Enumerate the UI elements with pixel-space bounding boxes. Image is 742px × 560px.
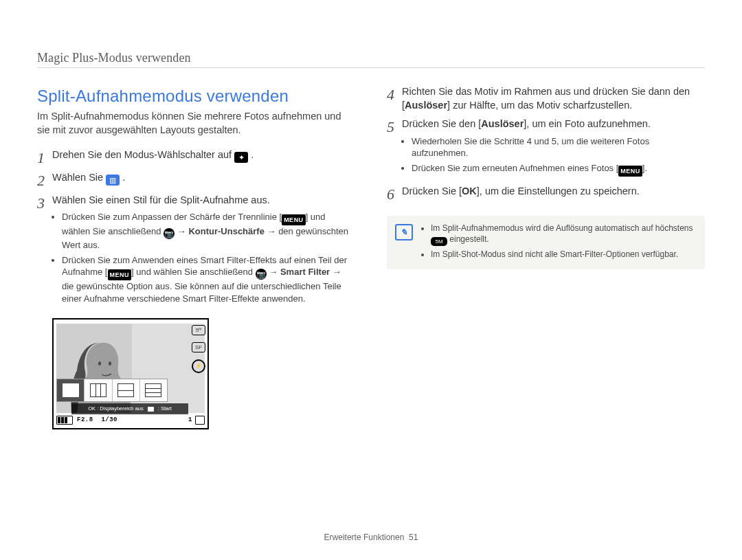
step-2-text-pre: Wählen Sie <box>52 172 106 183</box>
layout-option-2row <box>113 379 140 401</box>
camera-icon: 📷 <box>164 228 175 239</box>
step-number: 1 <box>37 148 52 166</box>
camera-icon: 📷 <box>256 269 267 280</box>
step-6: 6 Drücken Sie [OK], um die Einstellungen… <box>387 185 705 202</box>
camera-preview-illustration: 5ᴹ SF ⚡ OK : Displaybereich aus : Start <box>52 318 209 429</box>
mode-dial-icon: ✦ <box>234 152 248 163</box>
status-bar: F2.8 1/30 1 <box>56 414 205 425</box>
note-line-2: Im Split-Shot-Modus sind nicht alle Smar… <box>431 249 695 260</box>
svg-point-3 <box>109 361 111 366</box>
step-number: 5 <box>387 117 402 135</box>
sf-icon: SF <box>192 342 205 352</box>
storage-icon <box>195 416 205 425</box>
menu-icon: MENU <box>282 214 306 225</box>
manual-page: Magic Plus-Modus verwenden Split-Aufnahm… <box>0 0 742 560</box>
section-title: Split-Aufnahmemodus verwenden <box>37 85 355 107</box>
step-2-text-post: . <box>122 172 125 183</box>
layout-options-bar <box>56 379 168 402</box>
shot-counter: 1 <box>188 416 192 424</box>
hint-bar: OK : Displaybereich aus : Start <box>71 403 188 414</box>
step-number: 3 <box>37 194 52 211</box>
ok-label: OK <box>462 186 477 197</box>
footer-page-number: 51 <box>409 533 418 542</box>
content-columns: Split-Aufnahmemodus verwenden Im Split-A… <box>37 85 705 512</box>
split-mode-icon: ▥ <box>106 175 120 186</box>
step-3-bullets: Drücken Sie zum Anpassen der Schärfe der… <box>52 211 355 304</box>
step-1: 1 Drehen Sie den Modus-Wählschalter auf … <box>37 148 355 166</box>
step-5-text-c: ], um ein Foto aufzunehmen. <box>524 118 651 129</box>
bullet-2: Drücken Sie zum Anwenden eines Smart Fil… <box>62 254 355 305</box>
note-line-1: Im Split-Aufnahmemodus wird die Auflösun… <box>431 223 695 246</box>
step-6-text-b: ], um die Einstellungen zu speichern. <box>477 186 640 197</box>
shutter-speed: 1/30 <box>101 416 117 424</box>
footer-section: Erweiterte Funktionen <box>324 533 405 542</box>
svg-point-2 <box>98 361 101 366</box>
step-5-bullets: Wiederholen Sie die Schritte 4 und 5, um… <box>402 135 705 177</box>
layout-option-2col <box>57 379 85 401</box>
page-footer: Erweiterte Funktionen 51 <box>0 533 742 542</box>
battery-icon <box>56 416 73 425</box>
menu-icon: MENU <box>618 166 642 177</box>
resolution-5m-icon: 5M <box>431 237 447 246</box>
flash-icon: ⚡ <box>192 359 205 373</box>
breadcrumb: Magic Plus-Modus verwenden <box>37 51 191 65</box>
step-1-text-post: . <box>251 149 254 160</box>
note-icon: ✎ <box>395 224 413 240</box>
step-5: 5 Drücken Sie den [Auslöser], um ein Fot… <box>387 117 705 179</box>
bullet-1: Drücken Sie zum Anpassen der Schärfe der… <box>62 211 355 251</box>
camera-mini-icon <box>148 407 154 412</box>
step-5-text-a: Drücken Sie den [ <box>402 118 481 129</box>
bullet-repeat: Wiederholen Sie die Schritte 4 und 5, um… <box>412 135 705 159</box>
step-number: 6 <box>387 185 402 202</box>
step-3-text: Wählen Sie einen Stil für die Split-Aufn… <box>52 194 355 208</box>
divider <box>37 67 705 68</box>
step-4: 4 Richten Sie das Motiv im Rahmen aus un… <box>387 85 705 112</box>
hint-text-left: OK : Displaybereich aus <box>88 405 143 412</box>
step-6-text-a: Drücken Sie [ <box>402 186 462 197</box>
hint-text-right: : Start <box>158 405 172 412</box>
bullet-retake: Drücken Sie zum erneuten Aufnehmen eines… <box>412 162 705 177</box>
note-box: ✎ Im Split-Aufnahmemodus wird die Auflös… <box>387 216 705 269</box>
live-view-side-icons: 5ᴹ SF ⚡ <box>191 325 206 373</box>
step-1-text-pre: Drehen Sie den Modus-Wählschalter auf <box>52 149 234 160</box>
right-column: 4 Richten Sie das Motiv im Rahmen aus un… <box>387 85 705 512</box>
section-intro: Im Split-Aufnahmemodus können Sie mehrer… <box>37 110 355 137</box>
fnumber: F2.8 <box>77 416 93 424</box>
step-2: 2 Wählen Sie ▥ . <box>37 171 355 188</box>
resolution-icon: 5ᴹ <box>192 325 205 335</box>
step-number: 2 <box>37 171 52 188</box>
layout-option-3row <box>140 379 167 401</box>
layout-option-3col <box>85 379 112 401</box>
menu-icon: MENU <box>108 269 132 280</box>
step-number: 4 <box>387 85 402 102</box>
left-column: Split-Aufnahmemodus verwenden Im Split-A… <box>37 85 355 512</box>
step-4-text-c: ] zur Hälfte, um das Motiv scharfzustell… <box>447 100 632 111</box>
step-3: 3 Wählen Sie einen Stil für die Split-Au… <box>37 194 355 308</box>
shutter-label: Auslöser <box>405 100 447 111</box>
shutter-label: Auslöser <box>481 118 524 129</box>
